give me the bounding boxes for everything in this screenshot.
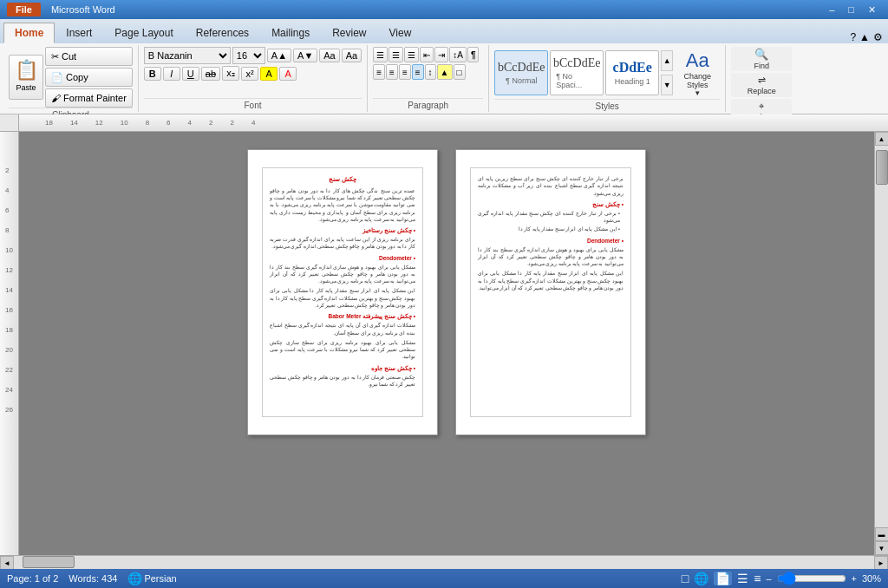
close-btn[interactable]: ✕ xyxy=(863,4,881,16)
zoom-level: 30% xyxy=(862,573,881,584)
help-icon[interactable]: ? xyxy=(850,31,856,43)
bullets-btn[interactable]: ☰ xyxy=(373,47,388,62)
ribbon-tabs: Home Insert Page Layout References Maili… xyxy=(0,19,888,43)
numbering-btn[interactable]: ☰ xyxy=(388,47,403,62)
sort-btn[interactable]: ↕A xyxy=(449,47,467,62)
styles-scroll-down-btn[interactable]: ▼ xyxy=(661,75,673,95)
show-hide-btn[interactable]: ¶ xyxy=(467,47,480,62)
font-name-select[interactable]: B Nazanin xyxy=(144,47,231,64)
horizontal-scrollbar-track[interactable] xyxy=(14,556,874,569)
fill-color-btn[interactable]: ▲ xyxy=(437,64,453,80)
ruler-num: 4 xyxy=(5,186,13,194)
scrollbar-thumb[interactable] xyxy=(876,150,888,185)
format-painter-button[interactable]: 🖌 Format Painter xyxy=(45,88,133,108)
print-view-icon[interactable]: 📄 xyxy=(714,572,732,585)
file-tab[interactable]: File xyxy=(7,3,41,16)
normal-view-icon[interactable]: □ xyxy=(682,572,689,585)
ruler-mark: 2 xyxy=(221,119,242,127)
ruler-mark: 2 xyxy=(200,119,221,127)
tab-review[interactable]: Review xyxy=(321,23,377,43)
page-1: چکش سنج عمده ترین سنج ندگی چکش های کار د… xyxy=(247,149,438,435)
italic-btn[interactable]: I xyxy=(163,67,180,81)
style-heading1[interactable]: cDdEe Heading 1 xyxy=(605,50,659,95)
zoom-increase-btn[interactable]: + xyxy=(852,573,857,584)
tab-view[interactable]: View xyxy=(378,23,423,43)
ribbon-toggle-icon[interactable]: ▲ xyxy=(859,31,870,43)
styles-content: bCcDdEe ¶ Normal bCcDdEe ¶ No Spaci... c… xyxy=(494,47,720,99)
left-ruler-marks: 2 4 6 8 10 12 14 16 18 20 22 24 26 xyxy=(5,167,13,414)
document-scroll[interactable]: چکش سنج عمده ترین سنج ندگی چکش های کار د… xyxy=(19,132,874,555)
style-normal[interactable]: bCcDdEe ¶ Normal xyxy=(494,50,548,95)
line-spacing-btn[interactable]: ↕ xyxy=(425,64,436,80)
tab-references[interactable]: References xyxy=(185,23,260,43)
maximize-btn[interactable]: □ xyxy=(843,4,859,16)
left-ruler: 2 4 6 8 10 12 14 16 18 20 22 24 26 xyxy=(0,132,19,555)
find-button[interactable]: 🔍 Find xyxy=(731,47,792,71)
language-indicator[interactable]: 🌐 Persian xyxy=(127,572,176,585)
underline-btn[interactable]: U xyxy=(182,67,199,81)
paste-button[interactable]: 📋 Paste xyxy=(9,55,43,100)
replace-button[interactable]: ⇌ Replace xyxy=(731,73,792,97)
multilevel-btn[interactable]: ☰ xyxy=(404,47,419,62)
tab-mailings[interactable]: Mailings xyxy=(260,23,321,43)
font-shrink-btn[interactable]: A▼ xyxy=(293,49,317,62)
scroll-down-btn[interactable]: ▼ xyxy=(875,541,889,555)
tab-home[interactable]: Home xyxy=(3,23,55,43)
superscript-btn[interactable]: x² xyxy=(241,67,258,81)
zoom-slider[interactable] xyxy=(777,572,846,585)
style-no-spacing[interactable]: bCcDdEe ¶ No Spaci... xyxy=(550,50,604,95)
outline-view-icon[interactable]: ☰ xyxy=(737,572,748,585)
ruler-num: 26 xyxy=(5,406,13,414)
styles-scroll-up-btn[interactable]: ▲ xyxy=(661,50,673,71)
scroll-right-btn[interactable]: ► xyxy=(874,556,888,569)
page1-text1: عمده ترین سنج ندگی چکش های کار دا به دور… xyxy=(270,187,415,223)
web-view-icon[interactable]: 🌐 xyxy=(694,572,708,585)
indent-decrease-btn[interactable]: ⇤ xyxy=(420,47,434,62)
ruler-row: 18 14 12 10 8 6 4 2 2 4 xyxy=(0,114,888,132)
font-grow-btn[interactable]: A▲ xyxy=(267,49,291,62)
strikethrough-btn[interactable]: ab xyxy=(201,67,220,81)
font-color-btn[interactable]: A xyxy=(279,67,297,81)
change-styles-button[interactable]: Aa ChangeStyles ▼ xyxy=(675,47,720,99)
cut-button[interactable]: ✂ Cut xyxy=(45,47,133,66)
page2-text1: برخی از تبار خارج کننده ای چکش سنج برای … xyxy=(478,175,624,197)
align-center-btn[interactable]: ≡ xyxy=(386,64,398,80)
vertical-scrollbar[interactable]: ▲ ▬ ▼ xyxy=(874,132,888,555)
style-nospace-label: ¶ No Spaci... xyxy=(556,72,597,89)
font-name-row: B Nazanin 16 A▲ A▼ Aa Aa xyxy=(144,47,362,64)
page-2: برخی از تبار خارج کننده ای چکش سنج برای … xyxy=(455,149,646,435)
replace-icon: ⇌ xyxy=(758,75,766,86)
clear-format-btn[interactable]: Aa xyxy=(319,49,339,62)
scroll-split-btn[interactable]: ▬ xyxy=(875,527,889,541)
zoom-decrease-btn[interactable]: – xyxy=(766,573,771,584)
style-h1-label: Heading 1 xyxy=(615,77,650,86)
change-case-btn[interactable]: Aa xyxy=(342,49,362,62)
find-label: Find xyxy=(754,62,769,70)
styles-list: bCcDdEe ¶ Normal bCcDdEe ¶ No Spaci... c… xyxy=(494,47,673,99)
indent-increase-btn[interactable]: ⇥ xyxy=(434,47,448,62)
align-right-btn[interactable]: ≡ xyxy=(399,64,411,80)
align-left-btn[interactable]: ≡ xyxy=(373,64,385,80)
minimize-btn[interactable]: – xyxy=(824,4,839,16)
borders-btn[interactable]: □ xyxy=(454,64,466,80)
highlight-btn[interactable]: A xyxy=(260,67,278,81)
options-icon[interactable]: ⚙ xyxy=(873,31,883,43)
ruler-mark: 12 xyxy=(87,119,112,127)
tab-page-layout[interactable]: Page Layout xyxy=(103,23,184,43)
scroll-left-btn[interactable]: ◄ xyxy=(0,556,14,569)
change-styles-icon: Aa xyxy=(686,49,709,72)
page2-text3: این مشکل پایه ای ابزار سنج مقدار پایه کا… xyxy=(478,270,624,291)
subscript-btn[interactable]: x₂ xyxy=(222,66,239,81)
horizontal-scrollbar-thumb[interactable] xyxy=(23,556,75,568)
copy-button[interactable]: 📄 Copy xyxy=(45,68,133,87)
ruler-marks: 18 14 12 10 8 6 4 2 2 4 xyxy=(36,119,264,127)
draft-view-icon[interactable]: ≡ xyxy=(754,572,761,585)
bold-btn[interactable]: B xyxy=(144,67,161,81)
tab-insert[interactable]: Insert xyxy=(55,23,103,43)
font-group: B Nazanin 16 A▲ A▼ Aa Aa B I U ab x₂ x² … xyxy=(139,45,368,112)
justify-btn[interactable]: ≡ xyxy=(412,64,424,80)
scroll-up-btn[interactable]: ▲ xyxy=(875,132,889,146)
font-size-select[interactable]: 16 xyxy=(232,47,265,64)
ruler-num: 8 xyxy=(5,226,13,234)
ruler-num: 20 xyxy=(5,346,13,354)
